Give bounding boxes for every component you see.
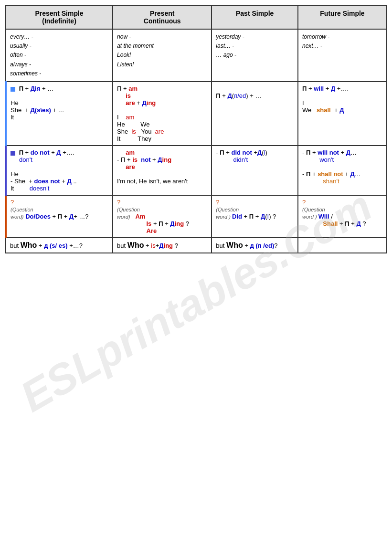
ps-negative: П + do not + Д +…. don't He - She + does… xyxy=(6,146,113,195)
header-pc: PresentContinuous xyxy=(113,5,212,29)
time-words-row: every… -usually -often -always -sometime… xyxy=(6,29,387,82)
header-ps: Present Simple(Indefinite) xyxy=(6,5,113,29)
pc-who: but Who + is+Дing ? xyxy=(113,238,212,253)
future-question: ? (Questionword ) Will / Shall + П + Д ? xyxy=(298,195,387,238)
header-future: Future Simple xyxy=(298,5,387,29)
past-negative: - П + did not +Д(і) didn't xyxy=(212,146,298,195)
past-time-words: yesterday -last… -… ago - xyxy=(212,29,298,82)
grammar-table: Present Simple(Indefinite) PresentContin… xyxy=(5,5,387,253)
future-who xyxy=(298,238,387,253)
pc-negative: am - П + is not + Дing are I'm not, He i… xyxy=(113,146,212,195)
ps-time-words: every… -usually -often -always -sometime… xyxy=(6,29,113,82)
future-negative: - П + will not + Д… won't - П + shall no… xyxy=(298,146,387,195)
ps-positive: П + Дія + … He She + Д(s\es) + … It xyxy=(6,82,113,146)
pc-time-words: now -at the momentLook!Listen! xyxy=(113,29,212,82)
who-row: but Who + д (s/ es) +…? but Who + is+Дin… xyxy=(6,238,387,253)
header-past: Past Simple xyxy=(212,5,298,29)
past-question: ? (Questionword ) Did + П + Д(І) ? xyxy=(212,195,298,238)
past-who: but Who + д (п /ed)? xyxy=(212,238,298,253)
question-row: ? (Questionword) Do/Does + П + Д+ …? ? (… xyxy=(6,195,387,238)
past-positive: П + Д(п/ed) + … xyxy=(212,82,298,146)
future-time-words: tomorrow -next… - xyxy=(298,29,387,82)
future-positive: П + will + Д +…. I We shall + Д xyxy=(298,82,387,146)
pc-question: ? (Questionword) Am Is + П + Дing ? Are xyxy=(113,195,212,238)
ps-question: ? (Questionword) Do/Does + П + Д+ …? xyxy=(6,195,113,238)
pc-positive: П + am is are + Дing I am He We She is Y… xyxy=(113,82,212,146)
negative-row: П + do not + Д +…. don't He - She + does… xyxy=(6,146,387,195)
positive-row: П + Дія + … He She + Д(s\es) + … It П + … xyxy=(6,82,387,146)
page-wrapper: Present Simple(Indefinite) PresentContin… xyxy=(0,0,392,258)
ps-who: but Who + д (s/ es) +…? xyxy=(6,238,113,253)
